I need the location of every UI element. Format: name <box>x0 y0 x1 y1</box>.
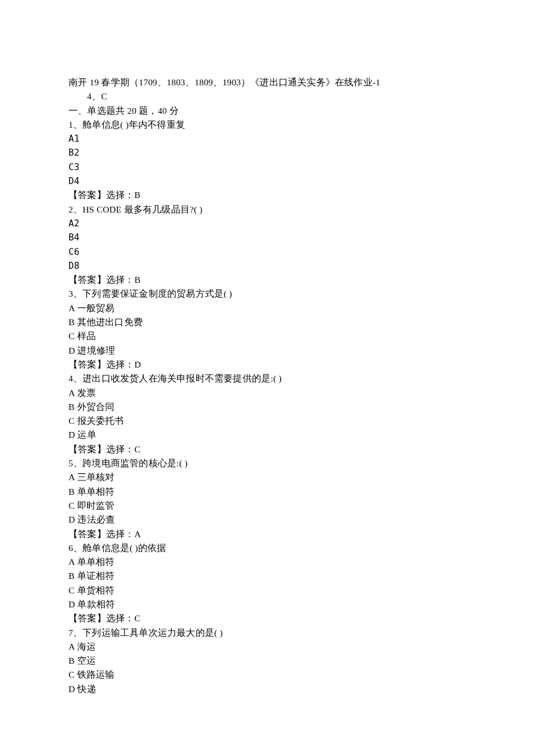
option-a: A 单单相符 <box>68 555 466 569</box>
answer-line: 【答案】选择：B <box>68 273 466 287</box>
question-text: 6、舱单信息是( )的依据 <box>68 541 466 555</box>
option-a: A 一般贸易 <box>68 301 466 315</box>
option-c: C3 <box>68 160 466 174</box>
option-d: D4 <box>68 174 466 188</box>
answer-line: 【答案】选择：D <box>68 358 466 372</box>
sub-line: 4、C <box>68 89 466 103</box>
option-c: C 即时监管 <box>68 499 466 513</box>
option-b: B 其他进出口免费 <box>68 315 466 329</box>
option-b: B 空运 <box>68 654 466 668</box>
option-d: D 进境修理 <box>68 344 466 358</box>
option-c: C 铁路运输 <box>68 668 466 682</box>
option-c: C6 <box>68 245 466 259</box>
answer-line: 【答案】选择：A <box>68 527 466 541</box>
option-b: B 单证相符 <box>68 569 466 583</box>
option-d: D 违法必查 <box>68 513 466 527</box>
option-a: A2 <box>68 217 466 231</box>
option-d: D8 <box>68 259 466 273</box>
question-text: 4、进出口收发货人在海关申报时不需要提供的是:( ) <box>68 372 466 386</box>
option-a: A 三单核对 <box>68 470 466 484</box>
question-text: 5、跨境电商监管的核心是:( ) <box>68 456 466 470</box>
answer-line: 【答案】选择：B <box>68 188 466 202</box>
option-b: B 外贸合同 <box>68 400 466 414</box>
option-a: A 海运 <box>68 640 466 654</box>
option-b: B4 <box>68 231 466 244</box>
document-page: 南开 19 春学期（1709、1803、1809、1903）《进出口通关实务》在… <box>0 0 534 731</box>
answer-line: 【答案】选择：C <box>68 442 466 456</box>
question-text: 3、下列需要保证金制度的贸易方式是( ) <box>68 287 466 301</box>
title-line: 南开 19 春学期（1709、1803、1809、1903）《进出口通关实务》在… <box>68 75 466 89</box>
answer-line: 【答案】选择：C <box>68 611 466 625</box>
option-c: C 报关委托书 <box>68 414 466 428</box>
question-text: 1、舱单信息( )年内不得重复 <box>68 118 466 132</box>
option-d: D 运单 <box>68 428 466 442</box>
option-c: C 样品 <box>68 329 466 343</box>
option-b: B 单单相符 <box>68 485 466 499</box>
option-c: C 单货相符 <box>68 584 466 597</box>
option-d: D 单款相符 <box>68 597 466 611</box>
option-d: D 快递 <box>68 682 466 696</box>
section-header: 一、单选题共 20 题，40 分 <box>68 104 466 118</box>
option-a: A1 <box>68 132 466 146</box>
option-b: B2 <box>68 146 466 160</box>
option-a: A 发票 <box>68 386 466 400</box>
question-text: 2、HS CODE 最多有几级品目?( ) <box>68 203 466 217</box>
question-text: 7、下列运输工具单次运力最大的是( ) <box>68 626 466 640</box>
